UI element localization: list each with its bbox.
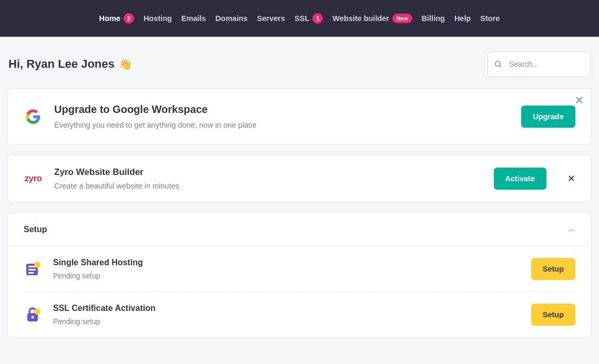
setup-button[interactable]: Setup [531, 258, 575, 280]
activate-button[interactable]: Activate [494, 168, 546, 190]
banner-title: Zyro Website Builder [54, 167, 482, 178]
nav-servers[interactable]: Servers [257, 14, 285, 23]
nav-new-badge: New [392, 14, 412, 23]
nav-domains[interactable]: Domains [216, 14, 248, 23]
nav-ssl-badge: 1 [312, 13, 323, 24]
close-icon[interactable]: ✕ [567, 173, 575, 184]
setup-item-subtitle: Pending setup [53, 272, 521, 280]
nav-label: Emails [181, 14, 206, 23]
banner-subtitle: Everything you need to get anything done… [54, 121, 510, 129]
nav-billing[interactable]: Billing [422, 14, 445, 23]
greeting: Hi, Ryan Lee Jones 👋 [8, 57, 132, 71]
setup-row-hosting: Single Shared Hosting Pending setup Setu… [8, 246, 591, 292]
svg-point-0 [495, 61, 500, 66]
search-icon [494, 60, 502, 68]
nav-help[interactable]: Help [454, 14, 471, 23]
svg-line-1 [500, 66, 501, 67]
hosting-icon [24, 260, 43, 278]
greeting-text: Hi, Ryan Lee Jones [8, 57, 115, 71]
top-nav: Home 2 Hosting Emails Domains Servers SS… [0, 0, 599, 37]
chevron-up-icon[interactable]: ︿ [568, 225, 575, 234]
nav-label: Home [99, 14, 120, 23]
setup-item-title: Single Shared Hosting [53, 258, 521, 267]
nav-ssl[interactable]: SSL 1 [295, 13, 323, 24]
setup-title: Setup [24, 225, 47, 234]
nav-label: SSL [295, 14, 309, 23]
google-workspace-banner: ✕ Upgrade to Google Workspace Everything… [7, 88, 592, 144]
ssl-lock-icon [24, 306, 43, 324]
svg-rect-5 [28, 272, 34, 274]
nav-label: Hosting [144, 14, 172, 23]
svg-rect-4 [28, 269, 36, 271]
setup-item-subtitle: Pending setup [53, 317, 521, 326]
search-input[interactable] [488, 51, 591, 77]
setup-row-ssl: SSL Certificate Activation Pending setup… [24, 292, 575, 337]
nav-label: Domains [216, 14, 248, 23]
nav-website-builder[interactable]: Website builder New [332, 14, 412, 23]
upgrade-button[interactable]: Upgrade [521, 106, 575, 128]
banner-title: Upgrade to Google Workspace [54, 103, 510, 116]
zyro-banner: zyro Zyro Website Builder Create a beaut… [7, 155, 592, 202]
nav-store[interactable]: Store [480, 14, 500, 23]
search-box [488, 51, 591, 77]
banner-subtitle: Create a beautiful website in minutes [54, 182, 482, 190]
nav-emails[interactable]: Emails [181, 14, 206, 23]
banner-text: Upgrade to Google Workspace Everything y… [54, 103, 510, 129]
svg-point-9 [34, 308, 40, 315]
nav-home-badge: 2 [124, 13, 134, 24]
nav-label: Billing [422, 14, 445, 23]
setup-header[interactable]: Setup ︿ [8, 213, 591, 246]
svg-point-8 [32, 316, 34, 319]
setup-panel: Setup ︿ Single Shared Hosting Pending se… [7, 213, 592, 338]
nav-label: Help [454, 14, 471, 23]
header-row: Hi, Ryan Lee Jones 👋 [7, 51, 592, 77]
setup-button[interactable]: Setup [531, 304, 575, 326]
nav-label: Store [480, 14, 500, 23]
wave-icon: 👋 [119, 58, 132, 70]
nav-label: Servers [257, 14, 285, 23]
nav-home[interactable]: Home 2 [99, 13, 134, 24]
svg-point-6 [34, 262, 40, 268]
setup-text: Single Shared Hosting Pending setup [53, 258, 521, 280]
nav-label: Website builder [332, 14, 389, 23]
google-logo-icon [24, 107, 43, 126]
banner-text: Zyro Website Builder Create a beautiful … [54, 167, 482, 190]
zyro-logo-icon: zyro [24, 169, 43, 188]
nav-hosting[interactable]: Hosting [144, 14, 172, 23]
setup-item-title: SSL Certificate Activation [53, 304, 521, 313]
close-icon[interactable]: ✕ [575, 95, 584, 106]
setup-text: SSL Certificate Activation Pending setup [53, 304, 521, 326]
